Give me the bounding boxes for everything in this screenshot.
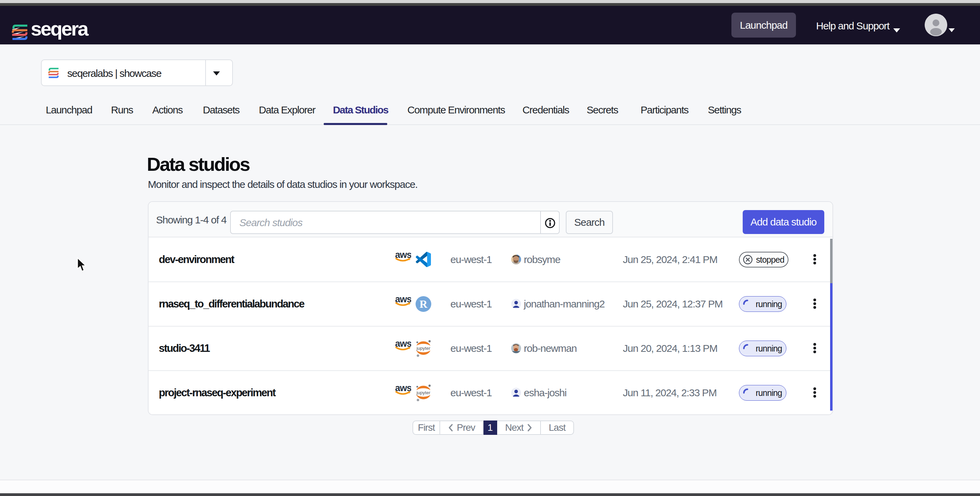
svg-text:jupyter: jupyter: [416, 346, 431, 351]
svg-text:R: R: [419, 298, 428, 310]
svg-text:jupyter: jupyter: [416, 390, 431, 395]
